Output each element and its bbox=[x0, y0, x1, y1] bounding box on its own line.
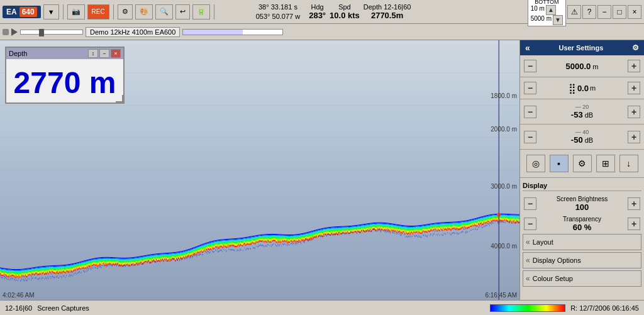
tvg40-minus-btn[interactable]: − bbox=[524, 131, 536, 143]
tvg20-row: − — 20 -53 dB + bbox=[523, 102, 641, 121]
brightness-plus-btn[interactable]: + bbox=[628, 197, 640, 210]
minimize-btn[interactable]: − bbox=[597, 5, 611, 19]
range-minus-btn[interactable]: − bbox=[524, 60, 536, 72]
camera-btn[interactable]: 📷 bbox=[67, 4, 85, 19]
help-btn[interactable]: ? bbox=[582, 5, 596, 19]
bottom-down-btn[interactable]: ▼ bbox=[553, 15, 563, 25]
bottom-up-btn[interactable]: ▲ bbox=[546, 5, 556, 15]
display-options-label: Display Options bbox=[533, 257, 581, 264]
display-options-btn[interactable]: « Display Options bbox=[523, 252, 641, 268]
depth-close-btn[interactable]: × bbox=[111, 49, 121, 58]
brightness-display: Screen Brightness 100 bbox=[536, 196, 628, 212]
tvg40-value: -50 bbox=[571, 135, 583, 145]
depth-resize-btn[interactable]: ↕ bbox=[88, 49, 98, 58]
scale-4000: 4000.0 m bbox=[491, 243, 517, 250]
offset-display: ⣿ 0.0 m bbox=[536, 82, 628, 94]
range-param: − 5000.0 m + bbox=[520, 55, 644, 77]
depth-minimize-btn[interactable]: − bbox=[99, 49, 109, 58]
colour-setup-btn[interactable]: « Colour Setup bbox=[523, 270, 641, 287]
tvg40-param: − — 40 -50 dB + bbox=[520, 124, 644, 150]
logo-num: 640 bbox=[19, 7, 37, 17]
depth-window: Depth ↕ − × 2770 m bbox=[5, 47, 125, 104]
sonar-mode-btn[interactable]: ◎ bbox=[526, 155, 545, 172]
range-plus-btn[interactable]: + bbox=[628, 60, 640, 72]
settings-btn1[interactable]: ⚙ bbox=[118, 4, 133, 19]
export-mode-btn[interactable]: ↓ bbox=[619, 155, 638, 172]
zoom-btn[interactable]: 🔍 bbox=[155, 4, 173, 19]
brightness-label: Screen Brightness bbox=[536, 196, 628, 202]
tvg20-plus-btn[interactable]: + bbox=[628, 106, 640, 118]
offset-plus-btn[interactable]: + bbox=[628, 82, 640, 94]
tvg20-value: -53 bbox=[571, 110, 583, 119]
icon-row-section: ◎ ▪ ⚙ ⊞ ↓ bbox=[520, 150, 644, 178]
display-section-title: Display bbox=[523, 180, 641, 191]
transparency-minus-btn[interactable]: − bbox=[524, 218, 536, 230]
playback-thumb[interactable] bbox=[39, 29, 44, 36]
statusbar-right: R: 12/7/2006 06:16:45 bbox=[490, 304, 639, 312]
offset-minus-btn[interactable]: − bbox=[524, 82, 536, 94]
scale-1800: 1800.0 m bbox=[491, 92, 517, 99]
back-btn[interactable]: ↩ bbox=[175, 4, 190, 19]
battery-btn[interactable]: 🔋 bbox=[192, 4, 210, 19]
bottom-min: 10 m bbox=[531, 5, 545, 15]
brightness-row: − Screen Brightness 100 + bbox=[523, 194, 641, 214]
color-scale-bar bbox=[490, 304, 565, 312]
color-btn[interactable]: 🎨 bbox=[135, 4, 153, 19]
play-icon bbox=[11, 28, 18, 36]
sep2 bbox=[113, 4, 114, 19]
brightness-minus-btn[interactable]: − bbox=[524, 197, 536, 210]
screen-captures-label: Screen Captures bbox=[37, 304, 89, 312]
offset-unit: m bbox=[590, 84, 596, 92]
resize-handle-icon[interactable] bbox=[116, 95, 123, 102]
bottom-max: 5000 m bbox=[531, 15, 552, 25]
playback-toolbar: Demo 12kHz 4100m EA600 bbox=[0, 24, 644, 40]
statusbar-left: 12-16|60 Screen Captures bbox=[5, 304, 89, 312]
hdg-display: Hdg 283° bbox=[309, 3, 326, 20]
right-panel: « User Settings ⚙ − 5000.0 m + − bbox=[519, 40, 644, 300]
transparency-display: Transparency 60 % bbox=[536, 216, 628, 232]
cursor-line bbox=[499, 40, 499, 300]
tvg40-plus-btn[interactable]: + bbox=[628, 131, 640, 143]
recording-info: R: 12/7/2006 06:16:45 bbox=[570, 304, 639, 312]
transparency-plus-btn[interactable]: + bbox=[628, 218, 640, 230]
time-start: 4:02:46 AM bbox=[3, 292, 35, 299]
panel-header: « User Settings ⚙ bbox=[520, 40, 644, 55]
brightness-value: 100 bbox=[536, 202, 628, 212]
tvg40-display: — 40 -50 dB bbox=[536, 129, 628, 145]
display-options-icon: « bbox=[526, 256, 530, 265]
tvg20-minus-btn[interactable]: − bbox=[524, 106, 536, 118]
coordinates-display: 38° 33.181 s 053° 50.077 w bbox=[256, 3, 300, 21]
record-btn[interactable]: REC bbox=[87, 4, 109, 19]
tvg20-param: − — 20 -53 dB + bbox=[520, 99, 644, 124]
playback-track[interactable] bbox=[20, 30, 83, 35]
depth-window-titlebar[interactable]: Depth ↕ − × bbox=[6, 48, 123, 59]
depth-display: Depth 12-16|60 2770.5m bbox=[364, 3, 411, 20]
layout-btn-label: Layout bbox=[533, 238, 553, 246]
depth-window-label: Depth bbox=[9, 50, 27, 57]
depth-value-header: 2770.5m bbox=[364, 11, 411, 20]
layout-btn[interactable]: « Layout bbox=[523, 234, 641, 250]
stop-icon bbox=[3, 29, 9, 35]
tvg20-display: — 20 -53 dB bbox=[536, 104, 628, 119]
close-btn[interactable]: × bbox=[628, 5, 641, 19]
transparency-label: Transparency bbox=[536, 216, 628, 223]
demo-label: Demo 12kHz 4100m EA600 bbox=[86, 27, 180, 37]
panel-collapse-btn[interactable]: « bbox=[525, 43, 530, 53]
status-bar: 12-16|60 Screen Captures R: 12/7/2006 06… bbox=[0, 300, 644, 315]
time-end: 6:16:45 AM bbox=[485, 292, 517, 299]
display-mode-btn[interactable]: ▪ bbox=[550, 155, 569, 172]
layout-icon: « bbox=[526, 238, 530, 246]
panel-title: User Settings bbox=[558, 44, 603, 52]
menu-expand-btn[interactable]: ▼ bbox=[43, 4, 59, 19]
offset-param: − ⣿ 0.0 m + bbox=[520, 77, 644, 99]
transparency-row: − Transparency 60 % + bbox=[523, 214, 641, 234]
tool-mode-btn[interactable]: ⚙ bbox=[573, 155, 592, 172]
bottom-label: BOTTOM bbox=[531, 0, 563, 5]
layers-mode-btn[interactable]: ⊞ bbox=[596, 155, 615, 172]
range-value: 5000.0 bbox=[566, 62, 591, 71]
warning-btn[interactable]: ⚠ bbox=[567, 5, 581, 19]
hdg-label: Hdg bbox=[309, 3, 326, 11]
maximize-btn[interactable]: □ bbox=[613, 5, 626, 19]
colour-setup-icon: « bbox=[526, 274, 530, 283]
panel-icon: ⚙ bbox=[632, 43, 639, 52]
